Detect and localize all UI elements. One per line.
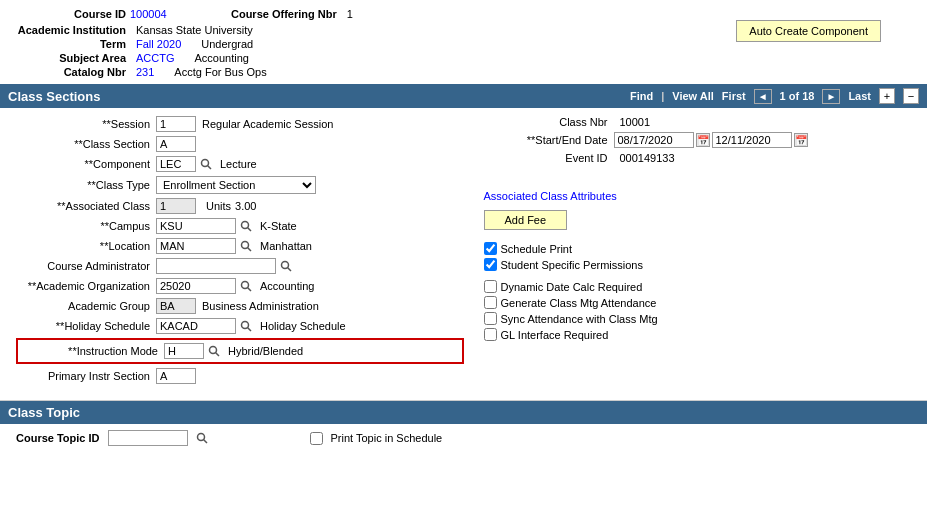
svg-line-7 bbox=[288, 268, 292, 272]
nav-next-button[interactable]: ► bbox=[822, 89, 840, 104]
nav-prev-button[interactable]: ◄ bbox=[754, 89, 772, 104]
class-section-label: **Class Section bbox=[16, 138, 156, 150]
view-all-link[interactable]: View All bbox=[672, 90, 714, 102]
svg-point-2 bbox=[242, 222, 249, 229]
academic-group-input[interactable] bbox=[156, 298, 196, 314]
course-offering-label: Course Offering Nbr bbox=[227, 8, 337, 20]
session-input[interactable] bbox=[156, 116, 196, 132]
end-date-input[interactable] bbox=[712, 132, 792, 148]
auto-create-button[interactable]: Auto Create Component bbox=[736, 20, 881, 42]
svg-line-1 bbox=[208, 166, 212, 170]
class-section-input[interactable] bbox=[156, 136, 196, 152]
svg-point-12 bbox=[210, 347, 217, 354]
session-label: **Session bbox=[16, 118, 156, 130]
generate-mtg-checkbox[interactable] bbox=[484, 296, 497, 309]
last-link[interactable]: Last bbox=[848, 90, 871, 102]
svg-line-5 bbox=[248, 248, 252, 252]
sync-att-label: Sync Attendance with Class Mtg bbox=[501, 313, 658, 325]
end-date-cal-icon[interactable]: 📅 bbox=[794, 133, 808, 147]
svg-line-9 bbox=[248, 288, 252, 292]
instruction-mode-row: **Instruction Mode Hybrid/Blended bbox=[16, 338, 464, 364]
svg-line-13 bbox=[216, 353, 220, 357]
dynamic-date-label: Dynamic Date Calc Required bbox=[501, 281, 643, 293]
component-label: **Component bbox=[16, 158, 156, 170]
right-column: Class Nbr 10001 **Start/End Date 📅 📅 Eve… bbox=[464, 116, 912, 388]
campus-desc: K-State bbox=[260, 220, 297, 232]
svg-point-10 bbox=[242, 322, 249, 329]
course-topic-id-label: Course Topic ID bbox=[16, 432, 100, 444]
assoc-class-attr-link[interactable]: Associated Class Attributes bbox=[484, 190, 617, 202]
course-admin-search-icon[interactable] bbox=[278, 258, 294, 274]
instruction-mode-input[interactable] bbox=[164, 343, 204, 359]
gl-interface-checkbox[interactable] bbox=[484, 328, 497, 341]
subject-area-value[interactable]: ACCTG bbox=[136, 52, 175, 64]
svg-point-0 bbox=[202, 160, 209, 167]
term-value[interactable]: Fall 2020 bbox=[136, 38, 181, 50]
campus-label: **Campus bbox=[16, 220, 156, 232]
class-type-select[interactable]: Enrollment Section Non-Enrollment Sectio… bbox=[156, 176, 316, 194]
nav-first: First bbox=[722, 90, 746, 102]
component-desc: Lecture bbox=[220, 158, 257, 170]
sync-att-checkbox[interactable] bbox=[484, 312, 497, 325]
component-search-icon[interactable] bbox=[198, 156, 214, 172]
expand-button[interactable]: + bbox=[879, 88, 895, 104]
location-label: **Location bbox=[16, 240, 156, 252]
units-label: Units bbox=[206, 200, 231, 212]
start-date-input[interactable] bbox=[614, 132, 694, 148]
holiday-schedule-search-icon[interactable] bbox=[238, 318, 254, 334]
course-admin-input[interactable] bbox=[156, 258, 276, 274]
student-specific-checkbox[interactable] bbox=[484, 258, 497, 271]
location-input[interactable] bbox=[156, 238, 236, 254]
component-input[interactable] bbox=[156, 156, 196, 172]
class-nbr-value: 10001 bbox=[620, 116, 651, 128]
assoc-class-label: **Associated Class bbox=[16, 200, 156, 212]
top-info-section: Course ID 100004 Course Offering Nbr 1 A… bbox=[0, 0, 927, 84]
class-sections-title: Class Sections bbox=[8, 89, 101, 104]
academic-org-search-icon[interactable] bbox=[238, 278, 254, 294]
location-search-icon[interactable] bbox=[238, 238, 254, 254]
units-value: 3.00 bbox=[235, 200, 256, 212]
schedule-print-checkbox[interactable] bbox=[484, 242, 497, 255]
assoc-class-input[interactable] bbox=[156, 198, 196, 214]
holiday-schedule-desc: Holiday Schedule bbox=[260, 320, 346, 332]
course-offering-value: 1 bbox=[347, 8, 353, 20]
subject-area-desc: Accounting bbox=[195, 52, 249, 64]
gl-interface-label: GL Interface Required bbox=[501, 329, 609, 341]
student-specific-label: Student Specific Permissions bbox=[501, 259, 643, 271]
svg-point-4 bbox=[242, 242, 249, 249]
catalog-nbr-value[interactable]: 231 bbox=[136, 66, 154, 78]
event-id-value: 000149133 bbox=[620, 152, 675, 164]
primary-instr-label: Primary Instr Section bbox=[16, 370, 156, 382]
class-nbr-label: Class Nbr bbox=[474, 116, 614, 128]
svg-point-6 bbox=[282, 262, 289, 269]
holiday-schedule-label: **Holiday Schedule bbox=[16, 320, 156, 332]
primary-instr-input[interactable] bbox=[156, 368, 196, 384]
instruction-mode-search-icon[interactable] bbox=[206, 343, 222, 359]
campus-search-icon[interactable] bbox=[238, 218, 254, 234]
course-topic-id-input[interactable] bbox=[108, 430, 188, 446]
dynamic-date-checkbox[interactable] bbox=[484, 280, 497, 293]
instruction-mode-desc: Hybrid/Blended bbox=[228, 345, 303, 357]
class-type-label: **Class Type bbox=[16, 179, 156, 191]
start-date-cal-icon[interactable]: 📅 bbox=[696, 133, 710, 147]
academic-org-input[interactable] bbox=[156, 278, 236, 294]
topic-form: Course Topic ID Print Topic in Schedule bbox=[0, 424, 927, 452]
svg-point-14 bbox=[197, 434, 204, 441]
form-area: **Session Regular Academic Session **Cla… bbox=[0, 108, 927, 396]
campus-input[interactable] bbox=[156, 218, 236, 234]
institution-label: Academic Institution bbox=[16, 24, 126, 36]
find-link[interactable]: Find bbox=[630, 90, 653, 102]
svg-line-15 bbox=[203, 440, 207, 444]
term-value2: Undergrad bbox=[201, 38, 253, 50]
course-id-label: Course ID bbox=[16, 8, 126, 20]
start-end-date-label: **Start/End Date bbox=[474, 134, 614, 146]
term-label: Term bbox=[16, 38, 126, 50]
collapse-button[interactable]: − bbox=[903, 88, 919, 104]
class-topic-section: Class Topic Course Topic ID Print Topic … bbox=[0, 400, 927, 452]
add-fee-button[interactable]: Add Fee bbox=[484, 210, 568, 230]
course-id-value[interactable]: 100004 bbox=[130, 8, 167, 20]
holiday-schedule-input[interactable] bbox=[156, 318, 236, 334]
left-column: **Session Regular Academic Session **Cla… bbox=[16, 116, 464, 388]
course-topic-search-icon[interactable] bbox=[194, 430, 210, 446]
print-topic-checkbox[interactable] bbox=[310, 432, 323, 445]
